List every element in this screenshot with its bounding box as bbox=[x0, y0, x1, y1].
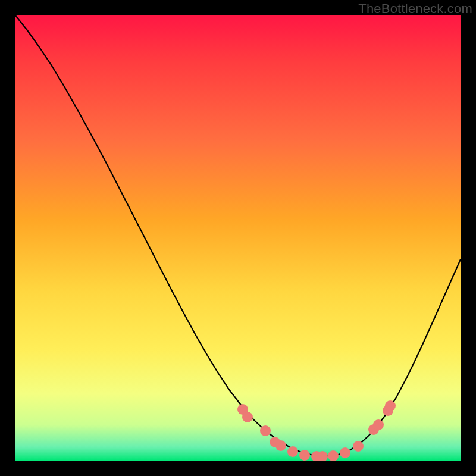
data-marker bbox=[260, 425, 271, 436]
data-marker bbox=[275, 440, 286, 451]
data-marker bbox=[353, 441, 364, 452]
data-marker bbox=[340, 447, 350, 458]
data-markers bbox=[237, 400, 396, 461]
data-marker bbox=[242, 412, 253, 422]
data-marker bbox=[287, 446, 298, 457]
performance-curve bbox=[15, 15, 461, 456]
data-marker bbox=[373, 419, 384, 430]
bottleneck-chart bbox=[15, 15, 461, 461]
data-marker bbox=[385, 400, 396, 411]
data-marker bbox=[328, 450, 339, 461]
watermark-text: TheBottleneck.com bbox=[358, 1, 472, 17]
data-marker bbox=[299, 450, 310, 461]
